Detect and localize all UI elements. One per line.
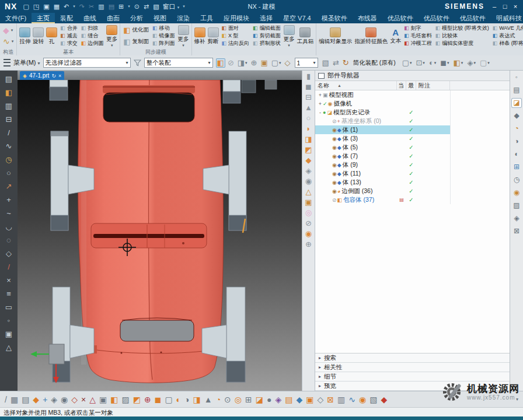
close-window-icon[interactable]: × bbox=[511, 3, 519, 10]
corner-snap-icon[interactable]: ◩ bbox=[133, 395, 141, 404]
patch-button[interactable]: 修补 bbox=[193, 27, 207, 46]
compare-commands-2[interactable]: ◧比较体 bbox=[435, 33, 489, 40]
arc-tool-icon[interactable]: ∿ bbox=[6, 140, 12, 152]
tree-row-csys[interactable]: ⊘+基准坐标系 (0)✓ bbox=[315, 117, 510, 125]
sheet-icon[interactable]: ▤ bbox=[22, 395, 29, 404]
angle-icon[interactable]: ◔ bbox=[216, 395, 221, 404]
lettering-commands-3[interactable]: ◧冲模工程 bbox=[404, 40, 432, 47]
sweep-commands-1[interactable]: ◧扫掠 bbox=[81, 25, 104, 32]
surface-commands-2[interactable]: ◧X 型 bbox=[222, 33, 250, 40]
tree-row-camera[interactable]: +✓◉摄像机 bbox=[315, 99, 510, 108]
visible-eye-icon[interactable]: ◉ bbox=[332, 127, 337, 133]
menu-tab-11[interactable]: 选择 bbox=[254, 13, 278, 23]
face-snap-icon[interactable]: ◧ bbox=[110, 395, 118, 404]
surface-commands-1[interactable]: ◧面对 bbox=[222, 25, 250, 32]
roller-panel-icon[interactable]: ▤ bbox=[5, 73, 12, 85]
extrude-button[interactable]: 拉伸 bbox=[18, 27, 32, 46]
repeat-command-icon-caret[interactable]: ▾ bbox=[128, 4, 130, 9]
wave-commands-1[interactable]: ◧WAVE 几何链接器 bbox=[493, 25, 523, 32]
part-tab-refresh-icon[interactable]: ↻ bbox=[51, 73, 56, 79]
viewport-3d-view[interactable] bbox=[18, 80, 302, 391]
section-commands-1[interactable]: ◧编辑截面 bbox=[253, 25, 281, 32]
polygon-tool-icon[interactable]: ◇ bbox=[6, 247, 12, 260]
scroll-up-icon[interactable]: ◦ bbox=[514, 73, 519, 82]
undo-icon-caret[interactable]: ▾ bbox=[73, 4, 75, 9]
navigator-section-4[interactable]: ▸预览 bbox=[315, 382, 510, 391]
column-name[interactable]: 名称▲ bbox=[315, 81, 397, 90]
text-button[interactable]: A文本 bbox=[389, 27, 402, 45]
menu-tab-6[interactable]: 分析 bbox=[125, 13, 148, 23]
center-snap-icon[interactable]: ⊕ bbox=[144, 395, 151, 404]
menu-tab-7[interactable]: 视图 bbox=[148, 13, 172, 23]
sphere-shape-icon[interactable]: ○ bbox=[306, 114, 311, 123]
menu-tab-8[interactable]: 渲染 bbox=[172, 13, 195, 23]
layer-settings-icon[interactable]: ▧ bbox=[321, 58, 330, 68]
history-palette-icon[interactable]: ◷ bbox=[512, 176, 521, 184]
copy-icon[interactable]: ▥ bbox=[98, 0, 104, 13]
point-focus-icon[interactable]: ⊕ bbox=[250, 58, 259, 68]
spline-tool-icon[interactable]: ~ bbox=[6, 207, 11, 219]
menu-tab-9[interactable]: 工具 bbox=[195, 13, 218, 23]
process-studio-icon[interactable]: ▨ bbox=[512, 201, 521, 210]
tree-row-view[interactable]: +▣模型视图 bbox=[315, 90, 510, 99]
sketch-line-icon[interactable]: / bbox=[8, 261, 10, 273]
pattern-icon[interactable]: ⊞ bbox=[245, 395, 252, 404]
layer-snap-icon[interactable]: ▤ bbox=[285, 395, 292, 404]
navigator-section-3[interactable]: ▸细节 bbox=[315, 372, 510, 382]
snap-point-icon[interactable]: ◧ bbox=[216, 58, 225, 68]
kg-icon[interactable]: ◆ bbox=[381, 395, 387, 404]
point-icon[interactable]: + bbox=[43, 395, 47, 404]
hd3d-tools-icon[interactable]: ◑ bbox=[513, 137, 519, 146]
tree-row-body[interactable]: ◉◆体 (11)✓ bbox=[315, 169, 510, 178]
section-expander-icon[interactable]: ▸ bbox=[319, 355, 321, 360]
ruled-icon[interactable]: ▥ bbox=[337, 395, 345, 404]
visible-eye-icon[interactable]: ◉ bbox=[332, 136, 337, 142]
hidden-eye-icon[interactable]: ⊘ bbox=[332, 197, 337, 203]
hatch-snap-icon[interactable]: ▧ bbox=[369, 395, 377, 404]
edge-snap-icon[interactable]: ▨ bbox=[122, 395, 130, 404]
disk-shape-icon[interactable]: ⊟ bbox=[305, 93, 312, 102]
target-snap-icon[interactable]: ◉ bbox=[359, 395, 366, 404]
menu-tab-18[interactable]: 明威科技 bbox=[491, 13, 523, 23]
sync-commands-1[interactable]: ◧移动 bbox=[152, 25, 175, 32]
tree-row-blend[interactable]: ◉◕边倒圆 (36)✓ bbox=[315, 187, 510, 195]
boolean-commands-1[interactable]: ◧合并 bbox=[60, 25, 78, 32]
tree-row-body[interactable]: ◉◆体 (13)✓ bbox=[315, 178, 510, 187]
section-expander-icon[interactable]: ▸ bbox=[319, 374, 321, 379]
ring-snap-icon[interactable]: ◎ bbox=[235, 395, 242, 404]
hole-button[interactable]: 孔 bbox=[45, 27, 58, 46]
point-tool-icon[interactable]: + bbox=[6, 194, 11, 206]
compare-commands-1[interactable]: ◧模型比较 (即将失效) bbox=[435, 25, 489, 32]
tangent-icon[interactable]: ◨ bbox=[193, 395, 201, 404]
pad-shape-icon[interactable]: ◨ bbox=[305, 135, 312, 144]
menu-tab-16[interactable]: 优品软件 bbox=[419, 13, 455, 23]
assembly-navigator-icon[interactable]: ▤ bbox=[512, 86, 521, 94]
repeat-command-icon[interactable]: ⊞ bbox=[118, 0, 124, 13]
visible-eye-icon[interactable]: ◉ bbox=[332, 171, 337, 177]
edit-object-display-button[interactable]: 编辑对象显示 bbox=[318, 27, 353, 46]
navigator-section-2[interactable]: ▸相关性 bbox=[315, 363, 510, 372]
tree-row-history[interactable]: -●◪模型历史记录✓ bbox=[315, 108, 510, 117]
sync-commands-2[interactable]: ◧镜像面 bbox=[152, 33, 175, 40]
midpoint-icon[interactable]: ▣ bbox=[99, 395, 107, 404]
show-hide-icon[interactable]: ◉ bbox=[305, 230, 312, 238]
reuse-library-icon[interactable]: ◔ bbox=[513, 124, 519, 133]
sweep-commands-3[interactable]: ◧边倒圆 bbox=[81, 40, 104, 47]
triad-icon[interactable]: △ bbox=[89, 395, 96, 404]
prism-shape-icon[interactable]: △ bbox=[306, 188, 312, 196]
compare-commands-3[interactable]: ◧编辑实体密度 bbox=[435, 40, 489, 47]
wave-commands-2[interactable]: ◧表达式 bbox=[493, 33, 523, 40]
sketch-icon[interactable]: ◆▾ bbox=[3, 26, 13, 35]
hollow-vertex-icon[interactable]: ◇ bbox=[318, 395, 324, 404]
assign-feature-color-button[interactable]: 指派特征颜色 bbox=[353, 27, 389, 46]
lettering-commands-1[interactable]: ◧刻字 bbox=[404, 25, 432, 32]
solid-snap-icon[interactable]: ◼ bbox=[155, 395, 162, 404]
constraint-navigator-icon[interactable]: ◆ bbox=[512, 111, 520, 120]
tree-row-body[interactable]: ◉◆体 (3)✓ bbox=[315, 134, 510, 143]
menu-tab-17[interactable]: 优品软件 bbox=[455, 13, 491, 23]
selection-scope-select[interactable]: 整个装配▾ bbox=[144, 58, 213, 68]
panel-window-icon[interactable] bbox=[318, 73, 325, 79]
bounding-snap-icon[interactable]: ▢ bbox=[165, 395, 172, 404]
bridge-curve-icon[interactable]: ◡ bbox=[5, 220, 12, 233]
block-shape-icon[interactable]: ◼ bbox=[305, 83, 312, 91]
